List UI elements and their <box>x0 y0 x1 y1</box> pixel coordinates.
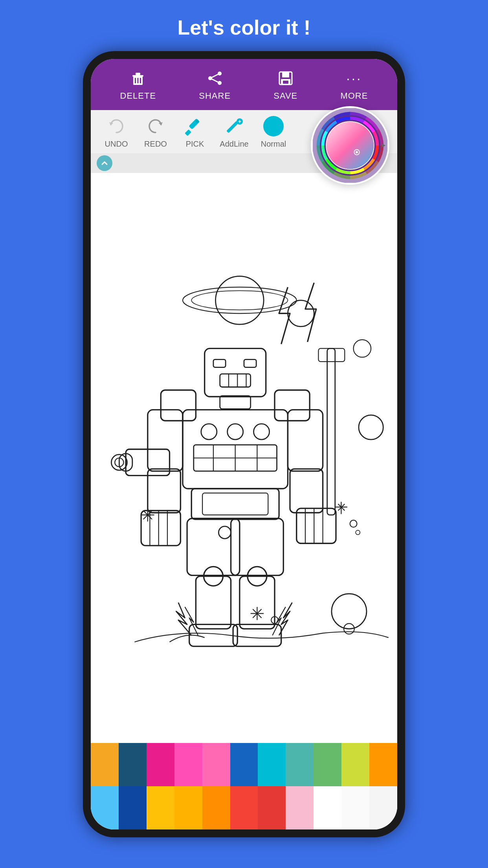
delete-label: DELETE <box>120 91 156 101</box>
undo-button[interactable]: UNDO <box>99 115 134 149</box>
svg-point-67 <box>227 424 243 440</box>
delete-button[interactable]: DELETE <box>120 68 156 101</box>
svg-rect-1 <box>136 73 140 75</box>
color-orange[interactable] <box>369 743 397 786</box>
svg-rect-77 <box>288 410 323 471</box>
svg-rect-76 <box>148 410 183 471</box>
svg-rect-4 <box>138 78 139 83</box>
svg-rect-62 <box>161 390 196 421</box>
svg-point-66 <box>201 424 217 440</box>
color-white3[interactable] <box>369 786 397 829</box>
svg-point-31 <box>356 151 358 153</box>
drawing-canvas[interactable] <box>91 173 397 743</box>
svg-point-37 <box>354 340 371 357</box>
svg-rect-83 <box>290 469 323 513</box>
sub-toolbar: UNDO REDO <box>91 110 397 153</box>
color-red[interactable] <box>230 786 258 829</box>
normal-label: Normal <box>261 140 286 149</box>
svg-line-9 <box>212 74 218 77</box>
svg-point-35 <box>191 291 288 310</box>
color-palette <box>91 743 397 829</box>
redo-label: REDO <box>144 140 167 149</box>
svg-text:+: + <box>238 118 241 125</box>
share-button[interactable]: SHARE <box>199 68 231 101</box>
svg-point-17 <box>196 120 199 123</box>
svg-rect-98 <box>196 576 231 629</box>
color-red2[interactable] <box>258 786 286 829</box>
palette-row-1 <box>91 743 397 786</box>
svg-point-26 <box>327 122 374 169</box>
svg-rect-12 <box>282 72 289 77</box>
color-pink1[interactable] <box>147 743 174 786</box>
color-lime[interactable] <box>341 743 369 786</box>
share-label: SHARE <box>199 91 231 101</box>
save-label: SAVE <box>273 91 297 101</box>
trash-icon <box>128 68 148 88</box>
svg-line-10 <box>212 79 218 82</box>
color-pink-light[interactable] <box>286 786 314 829</box>
collapse-button[interactable] <box>97 155 112 171</box>
svg-point-34 <box>183 287 297 313</box>
color-blue-dark[interactable] <box>119 743 147 786</box>
undo-icon <box>105 115 127 137</box>
addline-button[interactable]: + AddLine <box>216 115 252 149</box>
svg-point-6 <box>218 72 222 75</box>
pick-icon <box>184 115 206 137</box>
svg-point-8 <box>218 81 222 85</box>
svg-point-41 <box>350 520 357 527</box>
pick-button[interactable]: PICK <box>177 115 213 149</box>
svg-rect-14 <box>283 81 288 84</box>
svg-rect-89 <box>318 348 345 361</box>
svg-rect-63 <box>275 390 310 421</box>
palette-row-2 <box>91 786 397 829</box>
addline-label: AddLine <box>220 140 248 149</box>
svg-point-38 <box>359 415 383 440</box>
top-toolbar: DELETE SHARE <box>91 59 397 110</box>
svg-point-7 <box>208 76 212 80</box>
undo-label: UNDO <box>105 140 128 149</box>
svg-rect-5 <box>140 78 141 83</box>
color-light-blue[interactable] <box>91 786 119 829</box>
save-button[interactable]: SAVE <box>273 68 297 101</box>
color-pink3[interactable] <box>202 743 230 786</box>
color-wheel[interactable] <box>311 106 389 185</box>
svg-rect-90 <box>297 508 336 543</box>
color-blue-med[interactable] <box>230 743 258 786</box>
svg-rect-64 <box>220 396 251 409</box>
svg-point-102 <box>218 526 231 539</box>
share-icon <box>205 68 225 88</box>
svg-rect-56 <box>213 359 226 367</box>
svg-rect-99 <box>240 576 275 629</box>
normal-color-circle <box>262 115 284 137</box>
color-navy[interactable] <box>119 786 147 829</box>
svg-point-68 <box>254 424 270 440</box>
redo-button[interactable]: REDO <box>138 115 173 149</box>
color-pink2[interactable] <box>174 743 202 786</box>
redo-icon <box>145 115 167 137</box>
more-icon: ··· <box>344 68 364 88</box>
color-green[interactable] <box>314 743 341 786</box>
svg-point-33 <box>216 276 264 325</box>
save-icon <box>275 68 296 88</box>
color-gold3[interactable] <box>202 786 230 829</box>
pick-label: PICK <box>186 140 204 149</box>
more-label: MORE <box>340 91 368 101</box>
svg-rect-15 <box>189 118 200 129</box>
phone-frame: DELETE SHARE <box>83 51 405 837</box>
color-gold2[interactable] <box>174 786 202 829</box>
color-teal[interactable] <box>286 743 314 786</box>
svg-rect-3 <box>135 78 136 83</box>
svg-rect-88 <box>327 348 335 515</box>
color-white[interactable] <box>314 786 341 829</box>
normal-button[interactable]: Normal <box>256 115 291 149</box>
svg-rect-55 <box>205 348 266 397</box>
color-white2[interactable] <box>341 786 369 829</box>
color-cyan[interactable] <box>258 743 286 786</box>
app-title: Let's color it ! <box>0 16 488 39</box>
color-yellow[interactable] <box>91 743 119 786</box>
more-button[interactable]: ··· MORE <box>340 68 368 101</box>
svg-rect-16 <box>185 129 191 136</box>
color-gold[interactable] <box>147 786 174 829</box>
svg-rect-75 <box>202 493 268 515</box>
svg-rect-18 <box>226 121 238 133</box>
